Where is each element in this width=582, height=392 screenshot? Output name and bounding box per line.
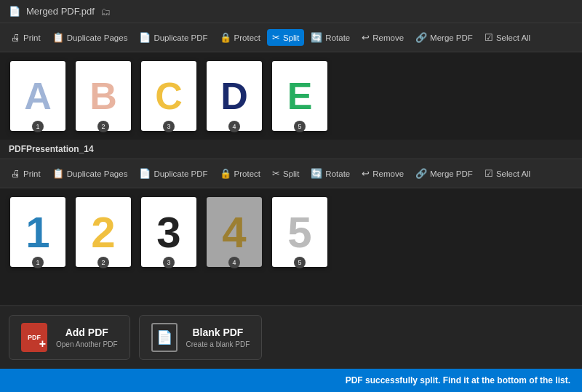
rotate-icon-2: 🔄 xyxy=(311,168,322,179)
select-all-label-2: Select All xyxy=(496,169,530,178)
rotate-label-2: Rotate xyxy=(325,169,350,178)
split-icon-1: ✂ xyxy=(272,32,280,43)
title-bar: 📄 Merged PDF.pdf 🗂 xyxy=(0,0,582,23)
pdf-title-icon: 📄 xyxy=(9,6,20,17)
remove-label-1: Remove xyxy=(372,33,404,42)
duplicate-pdf-button-2[interactable]: 📄 Duplicate PDF xyxy=(134,165,212,182)
blank-pdf-title: Blank PDF xyxy=(186,327,250,338)
protect-button-1[interactable]: 🔒 Protect xyxy=(215,29,266,46)
select-all-button-2[interactable]: ☑ Select All xyxy=(479,165,535,182)
protect-button-2[interactable]: 🔒 Protect xyxy=(215,165,266,182)
section-2-label: PDFPresentation_14 xyxy=(0,140,582,159)
select-all-button-1[interactable]: ☑ Select All xyxy=(479,29,535,46)
page-card-1-3[interactable]: C 3 xyxy=(140,61,198,131)
print-icon-1: 🖨 xyxy=(11,32,20,43)
duplicate-pdf-label-2: Duplicate PDF xyxy=(154,169,207,178)
toolbar-1: 🖨 Print 📋 Duplicate Pages 📄 Duplicate PD… xyxy=(0,23,582,52)
page-card-1-2[interactable]: B 2 xyxy=(74,61,132,131)
merge-pdf-button-2[interactable]: 🔗 Merge PDF xyxy=(410,165,478,182)
page-badge-2-2: 2 xyxy=(97,257,109,268)
merge-pdf-label-2: Merge PDF xyxy=(430,169,473,178)
duplicate-pdf-icon-1: 📄 xyxy=(139,32,151,43)
page-badge-1-3: 3 xyxy=(163,121,175,132)
page-card-2-2[interactable]: 2 2 xyxy=(74,197,132,267)
toolbar-2: 🖨 Print 📋 Duplicate Pages 📄 Duplicate PD… xyxy=(0,159,582,188)
protect-label-2: Protect xyxy=(234,169,260,178)
section-1: 🖨 Print 📋 Duplicate Pages 📄 Duplicate PD… xyxy=(0,23,582,140)
remove-icon-1: ↩ xyxy=(362,32,370,43)
add-pdf-button[interactable]: PDF + Add PDF Open Another PDF xyxy=(9,315,130,360)
rotate-button-1[interactable]: 🔄 Rotate xyxy=(306,29,355,46)
add-pdf-title: Add PDF xyxy=(56,327,118,338)
protect-label-1: Protect xyxy=(234,33,260,42)
rotate-icon-1: 🔄 xyxy=(311,32,322,43)
blank-pdf-subtitle: Create a blank PDF xyxy=(186,340,250,348)
remove-label-2: Remove xyxy=(372,169,404,178)
add-pdf-icon: PDF + xyxy=(21,323,47,352)
page-card-1-4[interactable]: D 4 xyxy=(205,61,263,131)
remove-icon-2: ↩ xyxy=(362,168,370,179)
page-card-2-3[interactable]: 3 3 xyxy=(140,197,198,267)
print-label-1: Print xyxy=(23,33,41,42)
duplicate-pages-label-1: Duplicate Pages xyxy=(67,33,128,42)
page-badge-2-5: 5 xyxy=(294,257,306,268)
select-all-label-1: Select All xyxy=(496,33,530,42)
print-icon-2: 🖨 xyxy=(11,168,20,179)
split-button-1[interactable]: ✂ Split xyxy=(267,29,304,46)
rotate-label-1: Rotate xyxy=(325,33,350,42)
protect-icon-2: 🔒 xyxy=(220,168,231,179)
split-icon-2: ✂ xyxy=(272,168,280,179)
window-title: Merged PDF.pdf xyxy=(26,6,95,17)
sections-container: 🖨 Print 📋 Duplicate Pages 📄 Duplicate PD… xyxy=(0,23,582,369)
duplicate-pages-label-2: Duplicate Pages xyxy=(67,169,128,178)
page-badge-1-5: 5 xyxy=(294,121,306,132)
section-2: PDFPresentation_14 🖨 Print 📋 Duplicate P… xyxy=(0,140,582,276)
page-card-2-5[interactable]: 5 5 xyxy=(271,197,329,267)
blank-pdf-icon-symbol: 📄 xyxy=(156,329,172,345)
blank-pdf-button[interactable]: 📄 Blank PDF Create a blank PDF xyxy=(139,315,263,360)
protect-icon-1: 🔒 xyxy=(220,32,231,43)
merge-pdf-icon-2: 🔗 xyxy=(415,168,427,179)
blank-pdf-icon: 📄 xyxy=(151,323,178,352)
merge-pdf-icon-1: 🔗 xyxy=(415,32,427,43)
blank-pdf-text: Blank PDF Create a blank PDF xyxy=(186,327,250,349)
page-card-1-5[interactable]: E 5 xyxy=(271,61,329,131)
page-badge-1-2: 2 xyxy=(97,121,109,132)
page-badge-2-1: 1 xyxy=(32,257,44,268)
page-card-2-4[interactable]: 4 4 xyxy=(205,197,263,267)
select-all-icon-2: ☑ xyxy=(485,168,493,179)
bottom-area: PDF + Add PDF Open Another PDF 📄 Blank P… xyxy=(0,305,582,369)
page-card-1-1[interactable]: A 1 xyxy=(9,61,67,131)
merge-pdf-label-1: Merge PDF xyxy=(430,33,473,42)
page-badge-2-4: 4 xyxy=(228,257,240,268)
page-card-2-1[interactable]: 1 1 xyxy=(9,197,67,267)
remove-button-1[interactable]: ↩ Remove xyxy=(356,29,409,46)
page-badge-1-1: 1 xyxy=(32,121,44,132)
duplicate-pages-icon-1: 📋 xyxy=(52,32,64,43)
duplicate-pdf-icon-2: 📄 xyxy=(139,168,151,179)
status-bar: PDF successfully split. Find it at the b… xyxy=(0,369,582,392)
page-badge-1-4: 4 xyxy=(228,121,240,132)
duplicate-pdf-button-1[interactable]: 📄 Duplicate PDF xyxy=(134,29,212,46)
print-button-1[interactable]: 🖨 Print xyxy=(6,29,46,46)
print-button-2[interactable]: 🖨 Print xyxy=(6,165,46,182)
page-badge-2-3: 3 xyxy=(163,257,175,268)
split-button-2[interactable]: ✂ Split xyxy=(267,165,304,182)
print-label-2: Print xyxy=(23,169,41,178)
rotate-button-2[interactable]: 🔄 Rotate xyxy=(306,165,355,182)
duplicate-pages-button-1[interactable]: 📋 Duplicate Pages xyxy=(47,29,133,46)
title-extra-icon: 🗂 xyxy=(100,6,111,17)
select-all-icon-1: ☑ xyxy=(485,32,493,43)
pages-area-2: 1 1 2 2 3 3 4 4 5 5 xyxy=(0,188,582,276)
status-message: PDF successfully split. Find it at the b… xyxy=(346,375,570,385)
split-label-1: Split xyxy=(283,33,299,42)
pages-area-1: A 1 B 2 C 3 D 4 E 5 xyxy=(0,52,582,140)
split-label-2: Split xyxy=(283,169,299,178)
duplicate-pages-button-2[interactable]: 📋 Duplicate Pages xyxy=(47,165,133,182)
add-pdf-subtitle: Open Another PDF xyxy=(56,340,118,348)
merge-pdf-button-1[interactable]: 🔗 Merge PDF xyxy=(410,29,478,46)
add-pdf-text: Add PDF Open Another PDF xyxy=(56,327,118,349)
duplicate-pdf-label-1: Duplicate PDF xyxy=(154,33,207,42)
remove-button-2[interactable]: ↩ Remove xyxy=(356,165,409,182)
duplicate-pages-icon-2: 📋 xyxy=(52,168,64,179)
